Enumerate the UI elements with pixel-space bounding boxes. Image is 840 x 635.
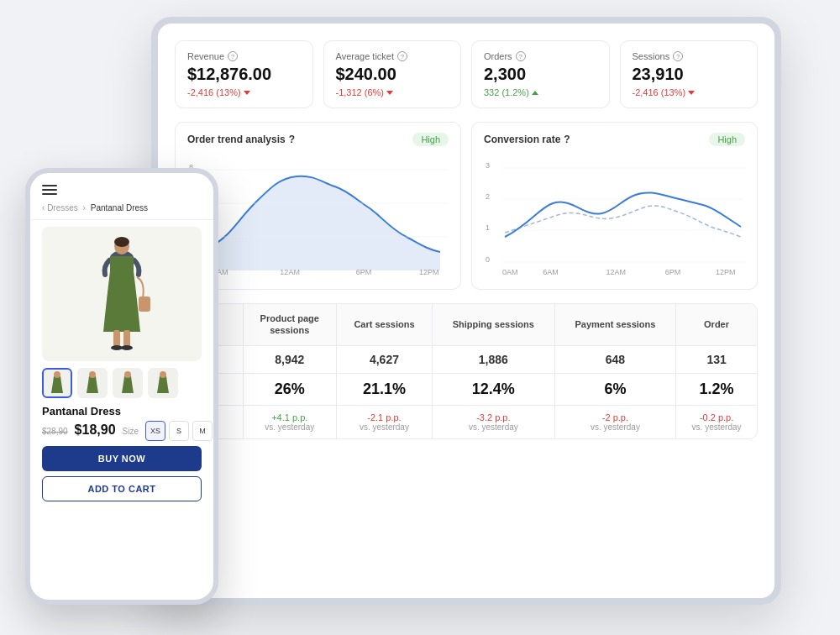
revenue-arrow-down-icon	[244, 91, 250, 95]
funnel-product-sessions: 8,942	[243, 345, 337, 373]
phone-device: ‹ Dresses › Pantanal Dress	[25, 168, 218, 605]
kpi-row: Revenue ? $12,876.00 -2,416 (13%) Averag…	[175, 40, 758, 108]
sessions-value: 23,910	[633, 65, 746, 84]
thumbnail-3[interactable]	[113, 368, 143, 398]
breadcrumb-current: Pantanal Dress	[91, 203, 148, 213]
order-trend-help-icon[interactable]: ?	[289, 134, 295, 145]
svg-text:12AM: 12AM	[280, 268, 300, 276]
svg-text:2: 2	[486, 192, 490, 201]
funnel-cart-sessions: 4,627	[337, 345, 433, 373]
conversion-rate-svg: 3 2 1 0 0AM 6AM 12AM 6PM 12PM	[484, 153, 745, 277]
sessions-arrow-down-icon	[688, 91, 695, 95]
funnel-sessions-row: 8,942 4,627 1,886 648 131	[176, 345, 757, 373]
svg-text:1: 1	[486, 223, 490, 232]
size-xs[interactable]: XS	[145, 421, 165, 441]
funnel-col-product: Product pagesessions	[243, 304, 337, 345]
size-options: XS S M L	[145, 421, 218, 441]
orders-label: Orders	[484, 51, 512, 61]
thumbnail-2[interactable]	[77, 368, 108, 398]
buy-now-button[interactable]: BUY NOW	[42, 446, 202, 471]
delta-cart: -2.1 p.p.	[344, 412, 425, 422]
revenue-help-icon[interactable]: ?	[228, 51, 238, 61]
price-row: $28,90 $18,90 Size XS S M L	[42, 421, 202, 441]
svg-point-25	[114, 237, 129, 247]
breadcrumb-parent[interactable]: Dresses	[47, 203, 78, 213]
size-label: Size	[123, 427, 139, 436]
funnel-shipping-sessions: 1,886	[432, 345, 554, 373]
orders-delta: 332 (1.2%)	[484, 87, 597, 97]
delta-shipping: -3.2 p.p.	[439, 412, 548, 422]
svg-point-34	[124, 371, 131, 378]
pct-order: 1.2%	[683, 380, 750, 398]
conversion-rate-title: Conversion rate	[484, 134, 560, 145]
old-price: $28,90	[42, 427, 68, 436]
svg-point-31	[121, 345, 133, 350]
sessions-delta: -2,416 (13%)	[633, 87, 746, 97]
svg-point-35	[160, 371, 166, 378]
svg-point-32	[54, 371, 60, 378]
svg-text:0: 0	[486, 255, 490, 264]
charts-row: Order trend analysis ? High 8 4 0 6AM 12…	[175, 122, 758, 290]
funnel-order-sessions: 131	[676, 345, 757, 373]
size-m[interactable]: M	[192, 421, 213, 441]
pct-cart: 21.1%	[344, 380, 425, 398]
thumbnail-row	[30, 368, 213, 405]
vs-cart: vs. yesterday	[344, 422, 425, 432]
orders-help-icon[interactable]: ?	[516, 51, 526, 61]
svg-point-30	[111, 345, 123, 350]
svg-rect-29	[123, 330, 130, 347]
delta-product: +4.1 p.p.	[250, 412, 330, 422]
conversion-rate-help-icon[interactable]: ?	[564, 134, 570, 145]
hamburger-menu-icon[interactable]	[42, 185, 57, 195]
funnel-col-order: Order	[676, 304, 757, 345]
pct-payment: 6%	[562, 380, 669, 398]
sessions-help-icon[interactable]: ?	[673, 51, 683, 61]
revenue-delta: -2,416 (13%)	[187, 87, 301, 97]
svg-rect-26	[110, 256, 134, 273]
svg-rect-28	[113, 330, 120, 347]
svg-text:6PM: 6PM	[356, 268, 372, 276]
kpi-revenue: Revenue ? $12,876.00 -2,416 (13%)	[175, 40, 313, 108]
svg-text:6AM: 6AM	[543, 268, 559, 276]
order-trend-title: Order trend analysis	[187, 134, 286, 145]
conversion-rate-badge: High	[709, 133, 745, 146]
kpi-avg-ticket: Average ticket ? $240.00 -1,312 (6%)	[323, 40, 462, 108]
funnel-payment-sessions: 648	[554, 345, 675, 373]
thumbnail-4[interactable]	[148, 368, 178, 398]
funnel-col-payment: Payment sessions	[554, 304, 675, 345]
conversion-rate-chart: Conversion rate ? High 3 2 1 0	[471, 122, 758, 290]
kpi-orders: Orders ? 2,300 332 (1.2%)	[471, 40, 610, 108]
svg-rect-27	[139, 297, 150, 312]
product-image	[42, 227, 202, 361]
avg-ticket-delta: -1,312 (6%)	[336, 87, 449, 97]
funnel-table-card: Product pagesessions Cart sessions Shipp…	[175, 303, 758, 439]
svg-text:3: 3	[486, 161, 490, 170]
breadcrumb: ‹ Dresses › Pantanal Dress	[42, 203, 202, 213]
svg-text:0AM: 0AM	[502, 268, 518, 276]
orders-arrow-up-icon	[532, 91, 538, 95]
size-l[interactable]: L	[216, 421, 218, 441]
tablet-device: Revenue ? $12,876.00 -2,416 (13%) Averag…	[151, 17, 781, 605]
pct-shipping: 12.4%	[439, 380, 548, 398]
size-s[interactable]: S	[169, 421, 189, 441]
vs-shipping: vs. yesterday	[439, 422, 548, 432]
svg-text:12AM: 12AM	[606, 268, 626, 276]
revenue-value: $12,876.00	[187, 65, 301, 84]
dress-illustration	[88, 231, 155, 357]
phone-header: ‹ Dresses › Pantanal Dress	[30, 173, 213, 220]
add-to-cart-button[interactable]: ADD TO CART	[42, 476, 202, 501]
funnel-col-shipping: Shipping sessions	[432, 304, 554, 345]
svg-text:12PM: 12PM	[716, 268, 736, 276]
vs-product: vs. yesterday	[250, 422, 330, 432]
pct-product: 26%	[250, 380, 330, 398]
product-info: Pantanal Dress $28,90 $18,90 Size XS S M…	[30, 405, 213, 446]
order-trend-badge: High	[412, 133, 449, 146]
avg-ticket-arrow-down-icon	[386, 91, 393, 95]
avg-ticket-value: $240.00	[336, 65, 449, 84]
new-price: $18,90	[75, 422, 116, 438]
svg-point-33	[89, 371, 96, 378]
breadcrumb-separator: ›	[83, 203, 86, 213]
thumbnail-1[interactable]	[42, 368, 72, 398]
funnel-pct-row: 26% 21.1% 12.4% 6% 1.2%	[176, 373, 757, 405]
avg-ticket-help-icon[interactable]: ?	[397, 51, 407, 61]
